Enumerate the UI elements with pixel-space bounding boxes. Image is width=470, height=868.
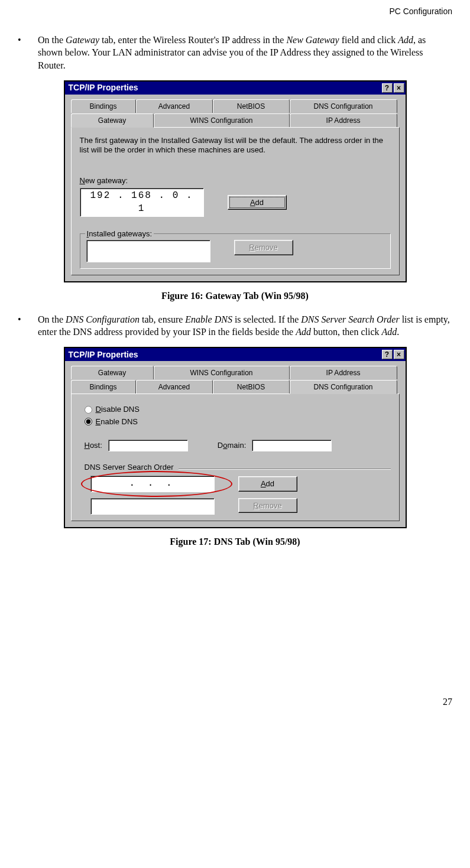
new-gateway-label: New gateway: xyxy=(80,175,391,186)
host-field[interactable] xyxy=(108,440,188,451)
host-label: Host: xyxy=(85,440,102,451)
remove-button[interactable]: Remove xyxy=(234,240,293,255)
tab-bindings[interactable]: Bindings xyxy=(71,380,136,394)
disable-dns-radio[interactable]: Disable DNS xyxy=(85,404,391,415)
page-number: 27 xyxy=(18,695,452,708)
installed-gateways-group: Installed gateways: Remove xyxy=(80,233,391,269)
tab-ip-address[interactable]: IP Address xyxy=(290,366,397,379)
dns-server-list[interactable] xyxy=(90,498,215,515)
t: isable DNS xyxy=(101,405,140,414)
tabs-front-row: Gateway WINS Configuration IP Address xyxy=(71,113,400,127)
t: ew gateway: xyxy=(85,176,128,185)
page-header-section: PC Configuration xyxy=(18,6,452,17)
t: DNS Server Search Order xyxy=(301,314,399,324)
radio-input[interactable] xyxy=(85,406,92,414)
t: emove xyxy=(259,501,282,510)
tcpip-properties-dialog: TCP/IP Properties ? × Gateway WINS Confi… xyxy=(64,347,407,528)
t: tab, enter the Wireless Router's IP addr… xyxy=(99,35,286,45)
t: DNS Configuration xyxy=(66,314,140,324)
tcpip-properties-dialog: TCP/IP Properties ? × Bindings Advanced … xyxy=(64,80,407,283)
tabs-back-row: Bindings Advanced NetBIOS DNS Configurat… xyxy=(71,99,400,113)
t: R xyxy=(249,243,254,252)
t: Add xyxy=(398,35,413,45)
figure-dns-dialog: TCP/IP Properties ? × Gateway WINS Confi… xyxy=(18,347,452,528)
help-button[interactable]: ? xyxy=(382,350,393,359)
add-button[interactable]: Add xyxy=(228,195,287,210)
tab-wins-configuration[interactable]: WINS Configuration xyxy=(154,113,290,127)
t: . xyxy=(397,327,399,337)
t: A xyxy=(250,198,255,207)
t: D xyxy=(96,405,101,414)
tabs-front-row: Bindings Advanced NetBIOS DNS Configurat… xyxy=(71,379,400,394)
gateway-info-text: The first gateway in the Installed Gatew… xyxy=(80,136,391,155)
tab-ip-address[interactable]: IP Address xyxy=(290,113,397,127)
t: Add xyxy=(382,327,397,337)
tab-bindings[interactable]: Bindings xyxy=(71,99,136,113)
t: E xyxy=(96,417,101,426)
t: H xyxy=(85,441,90,450)
tab-advanced[interactable]: Advanced xyxy=(136,380,213,394)
tab-advanced[interactable]: Advanced xyxy=(136,99,213,113)
figure-caption-16: Figure 16: Gateway Tab (Win 95/98) xyxy=(18,290,452,303)
highlight-oval: . . . xyxy=(90,476,215,492)
t: On the xyxy=(38,314,66,324)
bullet-text: On the DNS Configuration tab, ensure Ena… xyxy=(38,313,452,339)
bullet-marker: • xyxy=(18,313,38,339)
dns-search-order-label: DNS Server Search Order xyxy=(85,462,174,473)
t: dd xyxy=(255,198,264,207)
domain-field[interactable] xyxy=(252,440,332,451)
bullet-item: • On the Gateway tab, enter the Wireless… xyxy=(18,34,452,72)
close-button[interactable]: × xyxy=(394,83,404,93)
tab-gateway[interactable]: Gateway xyxy=(71,113,154,128)
tabs-back-row: Gateway WINS Configuration IP Address xyxy=(71,366,400,379)
titlebar: TCP/IP Properties ? × xyxy=(65,348,406,361)
tab-netbios[interactable]: NetBIOS xyxy=(213,380,290,394)
t: tab, ensure xyxy=(140,314,185,324)
t: dd xyxy=(266,479,274,488)
help-button[interactable]: ? xyxy=(382,83,393,93)
t: emove xyxy=(255,243,278,252)
installed-gateways-list[interactable] xyxy=(86,240,210,262)
remove-button[interactable]: Remove xyxy=(238,498,297,513)
t: A xyxy=(261,479,266,488)
close-button[interactable]: × xyxy=(394,350,404,359)
t: Gateway xyxy=(66,35,99,45)
t: On the xyxy=(38,35,66,45)
enable-dns-radio[interactable]: Enable DNS xyxy=(85,417,391,427)
figure-caption-17: Figure 17: DNS Tab (Win 95/98) xyxy=(18,535,452,548)
add-button[interactable]: Add xyxy=(238,476,297,492)
t: Enable DNS xyxy=(185,314,232,324)
t: New Gateway xyxy=(286,35,339,45)
t: N xyxy=(80,176,85,185)
dialog-title: TCP/IP Properties xyxy=(66,82,381,93)
t: button, then click xyxy=(311,327,382,337)
gateway-tab-panel: The first gateway in the Installed Gatew… xyxy=(71,127,400,275)
dns-ip-field[interactable]: . . . xyxy=(90,476,215,492)
tab-dns-configuration[interactable]: DNS Configuration xyxy=(290,99,397,113)
dns-tab-panel: Disable DNS Enable DNS Host: Domain: DNS… xyxy=(71,394,400,521)
t: R xyxy=(253,501,258,510)
new-gateway-ip-field[interactable]: 192 . 168 . 0 . 1 xyxy=(80,188,204,217)
t: Add xyxy=(296,327,311,337)
t: is selected. If the xyxy=(232,314,301,324)
bullet-text: On the Gateway tab, enter the Wireless R… xyxy=(38,34,452,72)
divider xyxy=(179,469,391,470)
figure-gateway-dialog: TCP/IP Properties ? × Bindings Advanced … xyxy=(18,80,452,283)
domain-label: Domain: xyxy=(218,440,246,451)
tab-gateway[interactable]: Gateway xyxy=(71,366,154,379)
t: nstalled gateways: xyxy=(89,229,152,238)
titlebar: TCP/IP Properties ? × xyxy=(65,82,406,95)
tab-wins-configuration[interactable]: WINS Configuration xyxy=(154,366,290,379)
installed-gateways-label: Installed gateways: xyxy=(85,229,154,239)
t: ost: xyxy=(90,441,102,450)
bullet-marker: • xyxy=(18,34,38,72)
bullet-item: • On the DNS Configuration tab, ensure E… xyxy=(18,313,452,339)
radio-input[interactable] xyxy=(85,418,92,425)
t: nable DNS xyxy=(101,417,138,426)
tab-netbios[interactable]: NetBIOS xyxy=(213,99,290,113)
t: field and click xyxy=(339,35,398,45)
dialog-title: TCP/IP Properties xyxy=(66,349,381,360)
tab-dns-configuration[interactable]: DNS Configuration xyxy=(290,380,397,394)
